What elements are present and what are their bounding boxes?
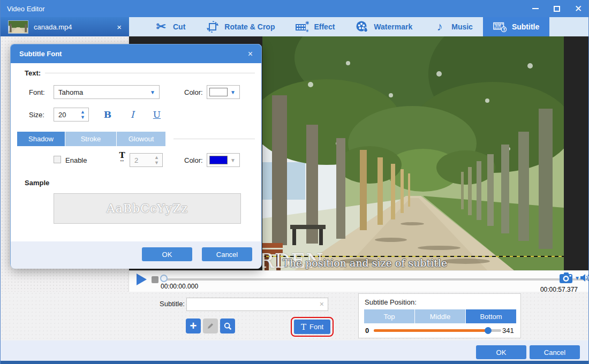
font-color-swatch — [209, 88, 228, 96]
subtitle-input-wrap: × — [186, 298, 328, 311]
close-icon: ✕ — [575, 3, 582, 14]
search-subtitle-button[interactable] — [220, 318, 235, 333]
spinner-down-icon[interactable]: ▼ — [154, 160, 159, 165]
file-tab-label: canada.mp4 — [34, 23, 117, 31]
svg-text:✳: ✳ — [306, 29, 309, 33]
main-toolbar: ✂ Cut Rotate & Crop — [129, 17, 589, 36]
tab-shadow[interactable]: Shadow — [17, 132, 65, 146]
sample-preview-box: AaBbCcYyZz — [54, 193, 241, 224]
toolbar-music[interactable]: ♪ Music — [422, 17, 483, 36]
dialog-cancel-button[interactable]: Cancel — [202, 247, 252, 261]
transport-bar: 00:00:00.000 ▼ 00:00:57.377 — [129, 270, 589, 292]
toolbar-watermark-label: Watermark — [374, 22, 412, 31]
dialog-ok-button[interactable]: OK — [142, 247, 192, 261]
toolbar-effect-label: Effect — [314, 22, 335, 31]
position-top-button[interactable]: Top — [364, 309, 415, 323]
svg-text:SUB: SUB — [495, 24, 501, 27]
video-frame: RDEN The position and size of subtitle — [262, 36, 564, 270]
sample-text: AaBbCcYyZz — [107, 202, 188, 215]
search-icon — [224, 322, 232, 330]
font-color-label: Color: — [184, 88, 203, 96]
font-button-label: Font — [309, 323, 323, 331]
sample-label: Sample — [25, 179, 49, 187]
snapshot-dropdown-icon[interactable]: ▼ — [575, 275, 580, 281]
dialog-close-icon[interactable]: × — [248, 49, 261, 59]
enable-label: Enable — [65, 156, 87, 164]
svg-text:✳: ✳ — [305, 20, 309, 26]
tab-stroke[interactable]: Stroke — [65, 132, 117, 146]
close-button[interactable]: ✕ — [571, 2, 585, 15]
toolbar-cut-label: Cut — [173, 22, 185, 31]
position-bottom-button[interactable]: Bottom — [466, 309, 516, 323]
bold-button[interactable]: B — [102, 108, 114, 122]
font-color-select[interactable]: ▼ — [207, 85, 240, 99]
film-effect-icon: ✳ ✳ — [295, 20, 309, 34]
position-slider-track[interactable] — [374, 329, 501, 332]
snapshot-camera-icon[interactable] — [560, 272, 573, 286]
italic-button[interactable]: I — [126, 108, 138, 122]
toolbar-rotate-crop[interactable]: Rotate & Crop — [195, 17, 285, 36]
subtitle-position-title: Subtitle Position: — [365, 298, 417, 306]
toolbar-watermark[interactable]: Watermark — [345, 17, 422, 36]
font-select[interactable]: Tahoma ▼ — [54, 85, 160, 99]
seek-slider-handle[interactable] — [160, 275, 168, 282]
subtitle-font-dialog: Subtitle Font × Text: Font: Tahoma ▼ Col… — [10, 44, 262, 269]
position-segmented-control: Top Middle Bottom — [364, 309, 516, 323]
toolbar-cut[interactable]: ✂ Cut — [144, 17, 195, 36]
size-label: Size: — [29, 111, 44, 119]
size-value: 20 — [58, 111, 66, 119]
clear-input-icon[interactable]: × — [320, 300, 324, 308]
spinner-up-icon[interactable]: ▲ — [154, 155, 159, 160]
add-subtitle-button[interactable]: + — [186, 318, 201, 333]
subtitle-overlay-text[interactable]: The position and size of subtitle — [283, 257, 447, 269]
enable-checkbox[interactable] — [54, 156, 61, 163]
position-middle-button[interactable]: Middle — [415, 309, 466, 323]
effect-tabs: Shadow Stroke Glowout — [17, 132, 166, 146]
subtitle-input[interactable] — [190, 299, 316, 309]
edit-subtitle-button[interactable] — [203, 318, 218, 333]
font-select-value: Tahoma — [58, 88, 83, 96]
position-slider-handle[interactable] — [485, 327, 492, 334]
title-bar: Video Editor ✕ — [1, 0, 589, 17]
spinner-up-icon[interactable]: ▲ — [80, 109, 85, 115]
plus-icon: + — [190, 319, 197, 333]
volume-icon[interactable] — [580, 273, 589, 285]
bottom-cancel-button[interactable]: Cancel — [530, 345, 580, 359]
tabs-divider — [173, 139, 255, 139]
scissors-icon: ✂ — [154, 20, 168, 34]
pencil-icon — [207, 322, 214, 330]
maximize-button[interactable] — [550, 2, 564, 15]
underline-button[interactable]: U — [151, 108, 163, 122]
tab-glowout[interactable]: Glowout — [117, 132, 166, 146]
minimize-button[interactable] — [528, 2, 542, 15]
font-button[interactable]: T Font — [294, 320, 330, 334]
toolbar-subtitle[interactable]: SUB T Subtitle — [483, 17, 549, 36]
tab-close-icon[interactable]: × — [117, 22, 122, 32]
size-spinner[interactable]: 20 ▲▼ — [54, 108, 89, 122]
dialog-header[interactable]: Subtitle Font × — [11, 44, 261, 63]
subtitle-position-panel: Subtitle Position: Top Middle Bottom 0 3… — [358, 293, 521, 338]
shadow-offset-icon: T ↔ — [117, 152, 127, 163]
seek-slider-track[interactable] — [162, 278, 589, 280]
video-scene — [262, 36, 564, 270]
spinner-down-icon[interactable]: ▼ — [80, 115, 85, 120]
current-time: 00:00:00.000 — [161, 283, 198, 290]
shadow-color-select[interactable]: ▼ — [207, 153, 240, 167]
text-section-label: Text: — [25, 69, 41, 77]
dialog-title: Subtitle Font — [11, 50, 248, 58]
bottom-ok-button[interactable]: OK — [476, 345, 526, 359]
shadow-offset-spinner[interactable]: 2 ▲▼ — [130, 153, 163, 167]
chevron-down-icon: ▼ — [230, 157, 236, 163]
toolbar-effect[interactable]: ✳ ✳ Effect — [285, 17, 345, 36]
subtitle-input-label: Subtitle: — [160, 300, 185, 308]
bottom-panel: Subtitle: × + T Font Subtitle Position: … — [1, 292, 589, 364]
position-slider-min: 0 — [365, 327, 369, 335]
font-label: Font: — [29, 88, 45, 96]
position-slider-max: 341 — [502, 327, 514, 335]
file-tab[interactable]: canada.mp4 × — [1, 17, 129, 36]
minimize-icon — [532, 8, 539, 9]
window-title: Video Editor — [1, 5, 45, 13]
music-note-icon: ♪ — [433, 20, 447, 34]
play-icon[interactable] — [137, 274, 147, 285]
stop-icon[interactable] — [152, 276, 158, 283]
